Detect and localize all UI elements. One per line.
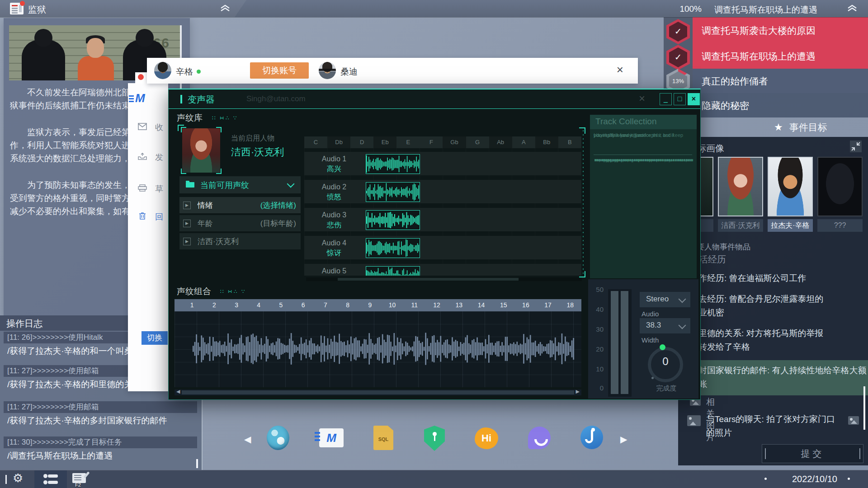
piano-key[interactable]: E	[396, 136, 420, 148]
ruler-tick[interactable]: 18	[559, 299, 581, 311]
audio-row[interactable]: Audio 1 高兴	[304, 152, 581, 175]
piano-key[interactable]: F	[420, 136, 443, 148]
log-scrollbar[interactable]	[196, 459, 198, 468]
dock-back-icon[interactable]: ◀	[244, 434, 251, 445]
task-item[interactable]: 隐藏的秘密	[702, 99, 749, 112]
minimize-button[interactable]: _	[660, 93, 672, 105]
fader-bar-left[interactable]	[611, 291, 618, 394]
clue-entry[interactable]: 和里德的关系: 对方将托马斯的举报信转发给了辛格	[690, 327, 830, 354]
waveform-clip[interactable]	[366, 266, 420, 276]
task-item[interactable]: 调查托马斯袭击大楼的原因	[702, 24, 816, 37]
mail-folder-inbox[interactable]: 收	[138, 122, 165, 133]
panel-scrollbar[interactable]	[863, 386, 865, 430]
collapse-tasks-icon[interactable]	[847, 5, 857, 11]
ruler-tick[interactable]: 11	[403, 299, 425, 311]
avatar-singh[interactable]	[154, 62, 171, 79]
voiceprint-row-age[interactable]: ▶ 年龄 (目标年龄)	[179, 215, 301, 231]
chat-clue-entry[interactable]: 与Tears的聊天: 拍了张对方家门口的照片	[706, 413, 842, 440]
ruler-tick[interactable]: 4	[248, 299, 270, 311]
close-icon[interactable]: ×	[617, 63, 623, 77]
ruler-tick[interactable]: 17	[537, 299, 559, 311]
scroll-left-icon[interactable]: ◀	[176, 389, 180, 394]
waveform-clip[interactable]	[366, 238, 420, 258]
clue-entry-highlighted[interactable]: 多封国家银行的邮件: 有人持续性地给辛格大额转账	[678, 360, 868, 395]
ruler-tick[interactable]: 2	[203, 299, 225, 311]
task-item[interactable]: 真正的始作俑者	[702, 75, 768, 88]
piano-key[interactable]: C	[304, 136, 327, 148]
notes-f2-icon[interactable]	[72, 473, 86, 483]
collapse-news-icon[interactable]	[220, 5, 230, 11]
piano-key[interactable]: Eb	[373, 136, 396, 148]
fader-bar-right[interactable]	[621, 291, 628, 394]
phone-app-icon[interactable]	[528, 427, 551, 449]
sql-tool-app-icon[interactable]: SQL	[373, 426, 393, 450]
clue-entry[interactable]: 工作经历: 曾在迪福斯公司工作	[690, 272, 830, 285]
voiceprint-dropdown[interactable]: 当前可用声纹	[179, 176, 301, 193]
mail-app-icon[interactable]: M	[319, 428, 344, 447]
audio-horizontal-scrollbar[interactable]	[306, 277, 582, 281]
avatar-sandy[interactable]	[319, 62, 336, 79]
active-character-portrait[interactable]	[182, 128, 220, 173]
collapse-panel-icon[interactable]	[850, 141, 862, 152]
mail-folder-trash[interactable]: 回	[138, 211, 165, 222]
piano-key[interactable]: A	[512, 136, 535, 148]
image-search-icon[interactable]	[687, 415, 701, 426]
switch-account-button[interactable]: 切换账号	[250, 62, 309, 79]
mail-folder-sent[interactable]: 发	[138, 152, 165, 163]
audio-row[interactable]: Audio 4 惊讶	[304, 236, 581, 259]
waveform-clip[interactable]	[366, 182, 420, 202]
waveform-clip[interactable]	[366, 210, 420, 230]
settings-gear-icon[interactable]: ⚙	[13, 471, 23, 485]
submit-button[interactable]: 提交	[762, 444, 863, 463]
piano-key[interactable]: Db	[327, 136, 350, 148]
close-button[interactable]: ×	[688, 93, 700, 105]
ruler-tick[interactable]: 15	[492, 299, 514, 311]
ruler-tick[interactable]: 7	[314, 299, 336, 311]
ruler-tick[interactable]: 1	[181, 299, 203, 311]
scroll-right-icon[interactable]: ▶	[576, 389, 580, 394]
channel-select[interactable]: Stereo	[640, 292, 690, 307]
tasklist-button-selected[interactable]	[34, 470, 67, 488]
clue-entry[interactable]: 过去经历: 曾配合丹尼尔泄露泰坦的商业机密	[690, 292, 830, 319]
audio-row[interactable]: Audio 5	[304, 264, 581, 276]
mail-switch-button[interactable]: 切换	[142, 331, 168, 345]
ruler-tick[interactable]: 12	[425, 299, 448, 311]
voiceprint-row-character[interactable]: ▶ 洁西·沃克利	[179, 233, 301, 249]
timeline-scrollbar[interactable]: ◀ ▶	[175, 389, 581, 395]
voiceprint-row-emotion[interactable]: ▶ 情绪 (选择情绪)	[179, 197, 301, 213]
portrait-card-unknown[interactable]	[817, 157, 863, 216]
ruler-tick[interactable]: 3	[225, 299, 247, 311]
ruler-tick[interactable]: 9	[359, 299, 381, 311]
audio-row[interactable]: Audio 2 愤怒	[304, 180, 581, 203]
waveform-clip[interactable]	[366, 154, 420, 174]
hitalk-app-icon[interactable]: Hi	[475, 427, 498, 449]
piano-key[interactable]: Bb	[535, 136, 558, 148]
news-line: 监狱方表示，事发后已经第一	[10, 126, 134, 139]
mail-folder-drafts[interactable]: 草	[138, 183, 165, 194]
ruler-tick[interactable]: 16	[514, 299, 537, 311]
ruler-tick[interactable]: 14	[470, 299, 492, 311]
image-attachment-icon[interactable]	[848, 416, 859, 425]
browser-app-icon[interactable]	[267, 426, 289, 450]
portrait-card-rajeev[interactable]	[768, 157, 813, 216]
piano-key[interactable]: Gb	[443, 136, 466, 148]
timeline-grid[interactable]	[175, 311, 581, 387]
piano-key[interactable]: G	[466, 136, 489, 148]
ruler-tick[interactable]: 6	[292, 299, 314, 311]
security-app-icon[interactable]	[424, 426, 445, 451]
audio-row[interactable]: Audio 3 悲伤	[304, 208, 581, 231]
piano-key[interactable]: Ab	[489, 136, 512, 148]
task-item[interactable]: 调查托马斯在职场上的遭遇	[702, 50, 816, 63]
ruler-tick[interactable]: 10	[381, 299, 403, 311]
fishhook-app-icon[interactable]	[580, 426, 603, 449]
voice-changer-titlebar[interactable]: 变声器 Singh@utan.com × _ □ ×	[169, 89, 700, 109]
maximize-button[interactable]: □	[674, 93, 686, 105]
ruler-tick[interactable]: 13	[448, 299, 470, 311]
piano-key[interactable]: B	[558, 136, 581, 148]
piano-key[interactable]: D	[350, 136, 373, 148]
rate-select[interactable]: 38.3	[640, 318, 690, 333]
ruler-tick[interactable]: 5	[270, 299, 292, 311]
portrait-card-jessie[interactable]	[718, 157, 763, 216]
dock-forward-icon[interactable]: ▶	[620, 434, 627, 445]
ruler-tick[interactable]: 8	[337, 299, 359, 311]
